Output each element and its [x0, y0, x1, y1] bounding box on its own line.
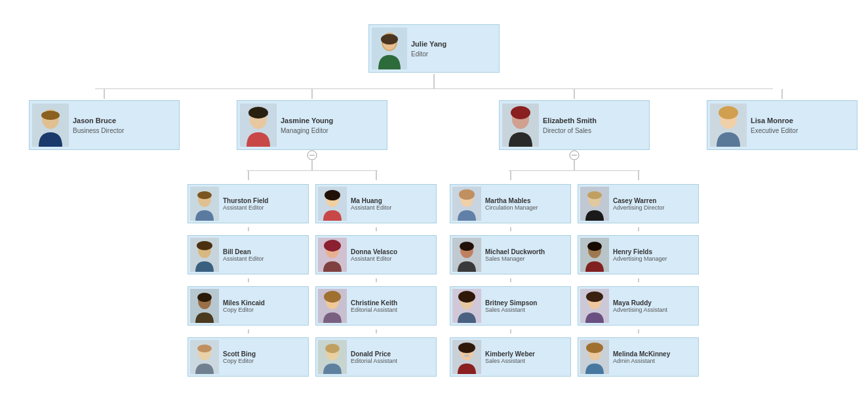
photo-maya: [580, 289, 609, 323]
info-britney: Britney Simpson Sales Assistant: [485, 299, 537, 313]
photo-casey: [580, 187, 609, 221]
info-michael: Michael Duckworth Sales Manager: [485, 248, 545, 262]
node-elizabeth-smith[interactable]: Elizabeth Smith Director of Sales: [499, 100, 650, 150]
avatar-jason: [32, 103, 69, 147]
svg-point-7: [41, 111, 60, 120]
name-martha: Martha Mables: [485, 197, 538, 204]
info-jasmine: Jasmine Young Managing Editor: [281, 117, 346, 134]
l1-item-jason: Jason Bruce Business Director: [28, 89, 181, 151]
node-christine[interactable]: Christine Keith Editorial Assistant: [315, 286, 437, 326]
node-melinda[interactable]: Melinda McKinney Admin Assistant: [578, 337, 699, 377]
node-britney[interactable]: Britney Simpson Sales Assistant: [450, 286, 571, 326]
svg-point-61: [587, 191, 602, 199]
role-scott: Copy Editor: [223, 358, 256, 364]
node-maya[interactable]: Maya Ruddy Advertising Assistant: [578, 286, 699, 326]
name-donna: Donna Velasco: [351, 248, 397, 255]
info-bill: Bill Dean Assistant Editor: [223, 248, 264, 262]
l1-item-lisa: Lisa Monroe Executive Editor: [705, 89, 859, 151]
role-donald: Editorial Assistant: [351, 358, 397, 364]
svg-point-54: [458, 291, 475, 303]
role-jason: Business Director: [73, 127, 138, 134]
svg-point-23: [197, 293, 212, 302]
info-melinda: Melinda McKinney Admin Assistant: [613, 350, 670, 364]
photo-martha: [452, 187, 481, 221]
role-jasmine: Managing Editor: [281, 127, 346, 134]
jasmine-children-wrapper: Thurston Field Assistant Editor: [181, 170, 443, 377]
node-ma[interactable]: Ma Huang Assistant Editor: [315, 184, 437, 223]
name-bill: Bill Dean: [223, 248, 264, 255]
svg-point-26: [197, 345, 212, 352]
role-ma: Assistant Editor: [351, 204, 392, 211]
v-jasmine-col2: [376, 171, 377, 180]
svg-point-35: [324, 291, 341, 303]
root-level: Julie Yang Editor: [367, 23, 501, 74]
svg-point-38: [325, 344, 340, 353]
name-lisa: Lisa Monroe: [751, 117, 816, 124]
name-elizabeth: Elizabeth Smith: [543, 117, 608, 124]
svg-point-41: [511, 106, 530, 119]
root-name: Julie Yang: [411, 40, 477, 48]
svg-point-17: [197, 191, 212, 199]
name-scott: Scott Bing: [223, 350, 256, 358]
node-miles[interactable]: Miles Kincaid Copy Editor: [187, 286, 309, 326]
collapse-elizabeth[interactable]: [569, 150, 580, 160]
elizabeth-col1: Martha Mables Circulation Manager: [450, 171, 571, 377]
info-donna: Donna Velasco Assistant Editor: [351, 248, 397, 262]
photo-elizabeth: [502, 103, 539, 147]
photo-lisa: [710, 103, 747, 147]
chart-wrapper: Julie Yang Editor: [7, 13, 861, 386]
node-thurston[interactable]: Thurston Field Assistant Editor: [187, 184, 309, 223]
role-miles: Copy Editor: [223, 307, 265, 313]
root-to-h-connector: [433, 74, 435, 88]
node-jasmine-young[interactable]: Jasmine Young Managing Editor: [237, 100, 387, 150]
info-maya: Maya Ruddy Advertising Assistant: [613, 299, 667, 313]
v-jasmine-col1: [248, 171, 249, 180]
role-henry: Advertising Manager: [613, 255, 667, 262]
node-casey[interactable]: Casey Warren Advertising Director: [578, 184, 699, 223]
v-line-lisa: [781, 89, 783, 99]
svg-point-64: [587, 242, 602, 251]
svg-point-2: [381, 34, 398, 45]
node-michael[interactable]: Michael Duckworth Sales Manager: [450, 235, 571, 274]
info-donald: Donald Price Editorial Assistant: [351, 350, 397, 364]
l1-item-elizabeth: Elizabeth Smith Director of Sales: [443, 89, 705, 377]
node-bill[interactable]: Bill Dean Assistant Editor: [187, 235, 309, 274]
jasmine-sub-cols: Thurston Field Assistant Editor: [181, 171, 443, 377]
v-line-jason: [104, 89, 105, 99]
node-jason-bruce[interactable]: Jason Bruce Business Director: [29, 100, 180, 150]
info-thurston: Thurston Field Assistant Editor: [223, 197, 268, 211]
role-britney: Sales Assistant: [485, 307, 537, 313]
name-donald: Donald Price: [351, 350, 397, 358]
node-scott[interactable]: Scott Bing Copy Editor: [187, 337, 309, 377]
info-ma: Ma Huang Assistant Editor: [351, 197, 392, 211]
role-kimberly: Sales Assistant: [485, 358, 535, 364]
collapse-jasmine[interactable]: [307, 150, 317, 160]
role-donna: Assistant Editor: [351, 255, 397, 262]
root-avatar-svg: [372, 28, 407, 69]
name-jasmine: Jasmine Young: [281, 117, 346, 124]
role-elizabeth: Director of Sales: [543, 127, 608, 134]
role-maya: Advertising Assistant: [613, 307, 667, 313]
name-jason: Jason Bruce: [73, 117, 138, 124]
node-henry[interactable]: Henry Fields Advertising Manager: [578, 235, 699, 274]
info-elizabeth: Elizabeth Smith Director of Sales: [543, 117, 608, 134]
photo-jason: [32, 103, 69, 147]
role-lisa: Executive Editor: [751, 127, 816, 134]
node-donald[interactable]: Donald Price Editorial Assistant: [315, 337, 437, 377]
jasmine-col2: Ma Huang Assistant Editor: [315, 171, 437, 377]
level1-row: Jason Bruce Business Director: [28, 89, 840, 377]
v-line-jasmine: [311, 89, 313, 99]
svg-point-32: [324, 240, 341, 252]
v-line-jasmine-down: [311, 160, 313, 170]
node-donna[interactable]: Donna Velasco Assistant Editor: [315, 235, 437, 274]
svg-point-70: [586, 343, 603, 353]
name-ma: Ma Huang: [351, 197, 392, 204]
photo-donna: [318, 238, 347, 272]
avatar-elizabeth: [502, 103, 539, 147]
avatar-jasmine: [240, 103, 277, 147]
info-casey: Casey Warren Advertising Director: [613, 197, 665, 211]
node-kimberly[interactable]: Kimberly Weber Sales Assistant: [450, 337, 571, 377]
node-martha[interactable]: Martha Mables Circulation Manager: [450, 184, 571, 223]
node-lisa-monroe[interactable]: Lisa Monroe Executive Editor: [707, 100, 858, 150]
photo-ma: [318, 187, 347, 221]
